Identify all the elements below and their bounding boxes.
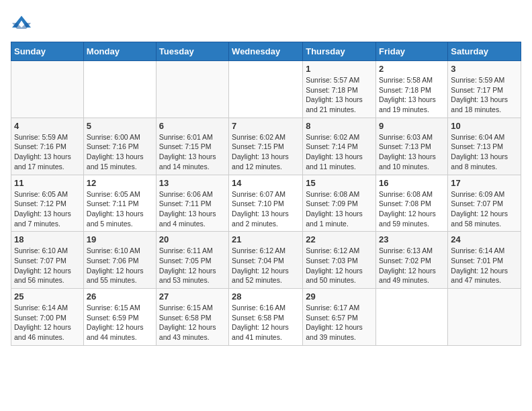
day-info: Sunrise: 6:03 AM Sunset: 7:13 PM Dayligh… [379,132,445,172]
day-cell [11,61,84,118]
day-cell: 20Sunrise: 6:11 AM Sunset: 7:05 PM Dayli… [156,232,228,289]
day-cell: 27Sunrise: 6:15 AM Sunset: 6:58 PM Dayli… [156,289,228,346]
day-number: 11 [14,178,81,188]
day-cell: 8Sunrise: 6:02 AM Sunset: 7:14 PM Daylig… [303,118,376,175]
logo-icon [12,13,31,32]
day-info: Sunrise: 6:08 AM Sunset: 7:09 PM Dayligh… [306,189,373,229]
day-info: Sunrise: 6:13 AM Sunset: 7:02 PM Dayligh… [379,246,445,285]
col-header-thursday: Thursday [303,42,376,61]
day-info: Sunrise: 6:15 AM Sunset: 6:59 PM Dayligh… [87,303,153,342]
day-info: Sunrise: 5:59 AM Sunset: 7:17 PM Dayligh… [451,75,518,115]
week-row-3: 11Sunrise: 6:05 AM Sunset: 7:12 PM Dayli… [11,175,521,232]
col-header-saturday: Saturday [448,42,521,61]
day-cell: 28Sunrise: 6:16 AM Sunset: 6:58 PM Dayli… [229,289,303,346]
day-cell: 29Sunrise: 6:17 AM Sunset: 6:57 PM Dayli… [303,289,376,346]
day-cell: 7Sunrise: 6:02 AM Sunset: 7:15 PM Daylig… [229,118,303,175]
day-number: 18 [14,234,81,244]
day-number: 23 [379,234,445,244]
day-number: 28 [232,291,300,302]
day-cell: 15Sunrise: 6:08 AM Sunset: 7:09 PM Dayli… [303,175,376,232]
day-info: Sunrise: 6:14 AM Sunset: 7:01 PM Dayligh… [451,246,518,285]
day-number: 1 [306,64,373,74]
day-info: Sunrise: 6:04 AM Sunset: 7:13 PM Dayligh… [451,132,518,172]
day-info: Sunrise: 6:02 AM Sunset: 7:15 PM Dayligh… [232,132,300,172]
day-info: Sunrise: 6:14 AM Sunset: 7:00 PM Dayligh… [14,303,81,342]
day-number: 26 [87,291,153,302]
day-number: 2 [379,64,445,74]
day-info: Sunrise: 6:16 AM Sunset: 6:58 PM Dayligh… [232,303,300,342]
week-row-1: 1Sunrise: 5:57 AM Sunset: 7:18 PM Daylig… [11,61,521,118]
day-number: 5 [87,121,153,131]
day-cell: 13Sunrise: 6:06 AM Sunset: 7:11 PM Dayli… [156,175,228,232]
day-cell: 23Sunrise: 6:13 AM Sunset: 7:02 PM Dayli… [376,232,448,289]
day-number: 7 [232,121,300,131]
day-cell: 25Sunrise: 6:14 AM Sunset: 7:00 PM Dayli… [11,289,84,346]
day-number: 14 [232,178,300,188]
day-info: Sunrise: 5:57 AM Sunset: 7:18 PM Dayligh… [306,75,373,115]
day-cell [376,289,448,346]
day-number: 6 [159,121,226,131]
header [11,11,521,35]
calendar-header-row: SundayMondayTuesdayWednesdayThursdayFrid… [11,42,521,61]
day-cell: 1Sunrise: 5:57 AM Sunset: 7:18 PM Daylig… [303,61,376,118]
day-cell: 2Sunrise: 5:58 AM Sunset: 7:18 PM Daylig… [376,61,448,118]
day-info: Sunrise: 6:01 AM Sunset: 7:15 PM Dayligh… [159,132,226,172]
day-cell: 19Sunrise: 6:10 AM Sunset: 7:06 PM Dayli… [83,232,156,289]
day-number: 16 [379,178,445,188]
day-number: 27 [159,291,226,302]
day-info: Sunrise: 6:10 AM Sunset: 7:06 PM Dayligh… [87,246,153,285]
day-info: Sunrise: 6:09 AM Sunset: 7:07 PM Dayligh… [451,189,518,229]
day-info: Sunrise: 6:07 AM Sunset: 7:10 PM Dayligh… [232,189,300,229]
day-info: Sunrise: 6:10 AM Sunset: 7:07 PM Dayligh… [14,246,81,285]
day-number: 17 [451,178,518,188]
day-cell [229,61,303,118]
day-number: 29 [306,291,373,302]
day-cell [156,61,228,118]
day-cell: 18Sunrise: 6:10 AM Sunset: 7:07 PM Dayli… [11,232,84,289]
day-number: 9 [379,121,445,131]
day-info: Sunrise: 6:08 AM Sunset: 7:08 PM Dayligh… [379,189,445,229]
col-header-friday: Friday [376,42,448,61]
day-info: Sunrise: 6:05 AM Sunset: 7:12 PM Dayligh… [14,189,81,229]
day-cell: 22Sunrise: 6:12 AM Sunset: 7:03 PM Dayli… [303,232,376,289]
day-number: 15 [306,178,373,188]
day-cell: 12Sunrise: 6:05 AM Sunset: 7:11 PM Dayli… [83,175,156,232]
day-number: 12 [87,178,153,188]
day-number: 13 [159,178,226,188]
day-cell: 26Sunrise: 6:15 AM Sunset: 6:59 PM Dayli… [83,289,156,346]
day-cell [448,289,521,346]
day-info: Sunrise: 6:17 AM Sunset: 6:57 PM Dayligh… [306,303,373,342]
day-cell: 16Sunrise: 6:08 AM Sunset: 7:08 PM Dayli… [376,175,448,232]
day-cell: 14Sunrise: 6:07 AM Sunset: 7:10 PM Dayli… [229,175,303,232]
day-info: Sunrise: 6:06 AM Sunset: 7:11 PM Dayligh… [159,189,226,229]
day-cell: 24Sunrise: 6:14 AM Sunset: 7:01 PM Dayli… [448,232,521,289]
week-row-4: 18Sunrise: 6:10 AM Sunset: 7:07 PM Dayli… [11,232,521,289]
day-cell: 11Sunrise: 6:05 AM Sunset: 7:12 PM Dayli… [11,175,84,232]
day-info: Sunrise: 6:11 AM Sunset: 7:05 PM Dayligh… [159,246,226,285]
day-cell: 3Sunrise: 5:59 AM Sunset: 7:17 PM Daylig… [448,61,521,118]
col-header-tuesday: Tuesday [156,42,228,61]
day-info: Sunrise: 6:02 AM Sunset: 7:14 PM Dayligh… [306,132,373,172]
calendar-table: SundayMondayTuesdayWednesdayThursdayFrid… [11,42,521,346]
col-header-wednesday: Wednesday [229,42,303,61]
day-number: 19 [87,234,153,244]
day-cell: 5Sunrise: 6:00 AM Sunset: 7:16 PM Daylig… [83,118,156,175]
day-cell: 9Sunrise: 6:03 AM Sunset: 7:13 PM Daylig… [376,118,448,175]
day-info: Sunrise: 6:12 AM Sunset: 7:03 PM Dayligh… [306,246,373,285]
week-row-2: 4Sunrise: 5:59 AM Sunset: 7:16 PM Daylig… [11,118,521,175]
day-info: Sunrise: 5:58 AM Sunset: 7:18 PM Dayligh… [379,75,445,115]
day-info: Sunrise: 6:15 AM Sunset: 6:58 PM Dayligh… [159,303,226,342]
day-number: 25 [14,291,81,302]
day-cell [83,61,156,118]
day-cell: 10Sunrise: 6:04 AM Sunset: 7:13 PM Dayli… [448,118,521,175]
day-cell: 17Sunrise: 6:09 AM Sunset: 7:07 PM Dayli… [448,175,521,232]
col-header-sunday: Sunday [11,42,84,61]
day-info: Sunrise: 5:59 AM Sunset: 7:16 PM Dayligh… [14,132,81,172]
day-number: 24 [451,234,518,244]
day-info: Sunrise: 6:00 AM Sunset: 7:16 PM Dayligh… [87,132,153,172]
col-header-monday: Monday [83,42,156,61]
day-cell: 4Sunrise: 5:59 AM Sunset: 7:16 PM Daylig… [11,118,84,175]
day-number: 3 [451,64,518,74]
day-number: 21 [232,234,300,244]
svg-marker-1 [12,23,31,29]
